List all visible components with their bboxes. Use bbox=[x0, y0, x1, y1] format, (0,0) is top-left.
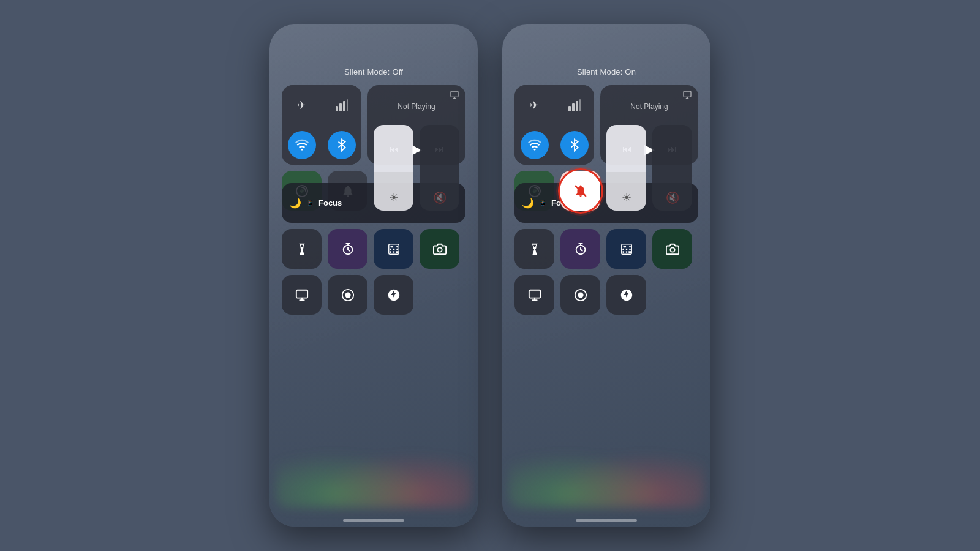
svg-rect-38 bbox=[529, 290, 540, 298]
timer-btn-left[interactable] bbox=[328, 229, 368, 269]
not-playing-text-right: Not Playing bbox=[608, 102, 691, 111]
row4-right bbox=[514, 229, 698, 269]
svg-rect-36 bbox=[628, 251, 631, 253]
shazam-btn-right[interactable] bbox=[606, 275, 646, 315]
wifi-btn-right[interactable] bbox=[514, 125, 554, 165]
brightness-btn-left[interactable]: ☀ bbox=[374, 125, 413, 211]
svg-rect-20 bbox=[568, 106, 571, 111]
airplay-icon-right bbox=[682, 90, 692, 102]
volume-btn-right[interactable]: 🔇 bbox=[652, 125, 692, 211]
svg-point-14 bbox=[393, 251, 394, 253]
connectivity-block-right: ✈ bbox=[514, 85, 594, 165]
airplane-btn-left[interactable]: ✈ bbox=[282, 85, 322, 125]
svg-rect-22 bbox=[576, 101, 578, 111]
volume-btn-left[interactable]: 🔇 bbox=[420, 125, 459, 211]
svg-point-12 bbox=[396, 248, 398, 250]
row4-left bbox=[282, 229, 466, 269]
svg-point-16 bbox=[437, 247, 442, 252]
svg-point-31 bbox=[622, 248, 624, 250]
home-indicator-left bbox=[343, 519, 404, 522]
torch-btn-left[interactable] bbox=[282, 229, 322, 269]
svg-point-11 bbox=[393, 248, 394, 250]
home-indicator-right bbox=[576, 519, 637, 522]
control-center-left: Silent Mode: Off ✈ bbox=[282, 67, 466, 508]
svg-rect-3 bbox=[347, 99, 348, 111]
svg-point-40 bbox=[578, 292, 583, 298]
svg-rect-2 bbox=[343, 101, 345, 111]
record-btn-right[interactable] bbox=[560, 275, 600, 315]
svg-point-32 bbox=[625, 248, 627, 250]
connectivity-block-left: ✈ bbox=[282, 85, 361, 165]
bluetooth-btn-right[interactable] bbox=[554, 125, 594, 165]
svg-point-19 bbox=[345, 292, 350, 298]
phone-left: Silent Mode: Off ✈ bbox=[270, 24, 478, 527]
svg-rect-0 bbox=[336, 106, 338, 111]
bell-container-right bbox=[560, 171, 600, 211]
svg-point-33 bbox=[629, 248, 631, 250]
svg-point-34 bbox=[622, 251, 624, 253]
camera-btn-left[interactable] bbox=[420, 229, 459, 269]
svg-point-9 bbox=[396, 246, 398, 247]
svg-rect-21 bbox=[572, 103, 575, 111]
not-playing-text-left: Not Playing bbox=[375, 102, 458, 111]
bluetooth-btn-left[interactable] bbox=[322, 125, 361, 165]
calculator-btn-left[interactable] bbox=[374, 229, 413, 269]
svg-point-30 bbox=[629, 246, 631, 247]
svg-point-35 bbox=[625, 251, 627, 253]
wifi-btn-left[interactable] bbox=[282, 125, 322, 165]
mirror-btn-right[interactable] bbox=[514, 275, 554, 315]
control-center-right: Silent Mode: On ✈ bbox=[514, 67, 698, 508]
svg-point-13 bbox=[390, 251, 391, 253]
calculator-btn-right[interactable] bbox=[606, 229, 646, 269]
svg-rect-1 bbox=[339, 103, 342, 111]
torch-btn-right[interactable] bbox=[514, 229, 554, 269]
svg-rect-15 bbox=[395, 251, 399, 253]
svg-rect-17 bbox=[296, 290, 307, 298]
bell-muted-btn-right[interactable] bbox=[560, 171, 600, 211]
row5-left bbox=[282, 275, 466, 315]
cellular-btn-right[interactable] bbox=[554, 85, 594, 125]
camera-btn-right[interactable] bbox=[652, 229, 692, 269]
mode-label-right: Silent Mode: On bbox=[514, 67, 698, 77]
svg-rect-23 bbox=[579, 99, 581, 111]
timer-btn-right[interactable] bbox=[560, 229, 600, 269]
focus-label-left: Focus bbox=[318, 198, 342, 208]
airplay-icon-left bbox=[450, 90, 459, 102]
phone-right: Silent Mode: On ✈ bbox=[502, 24, 710, 527]
mirror-btn-left[interactable] bbox=[282, 275, 322, 315]
cellular-btn-left[interactable] bbox=[322, 85, 361, 125]
mode-label-left: Silent Mode: Off bbox=[282, 67, 466, 77]
airplane-btn-right[interactable]: ✈ bbox=[514, 85, 554, 125]
brightness-btn-right[interactable]: ☀ bbox=[606, 125, 646, 211]
row5-right bbox=[514, 275, 698, 315]
svg-rect-29 bbox=[623, 246, 626, 247]
svg-point-10 bbox=[390, 248, 391, 250]
svg-rect-8 bbox=[390, 246, 393, 247]
shazam-btn-left[interactable] bbox=[374, 275, 413, 315]
svg-point-37 bbox=[670, 247, 674, 252]
record-btn-left[interactable] bbox=[328, 275, 368, 315]
